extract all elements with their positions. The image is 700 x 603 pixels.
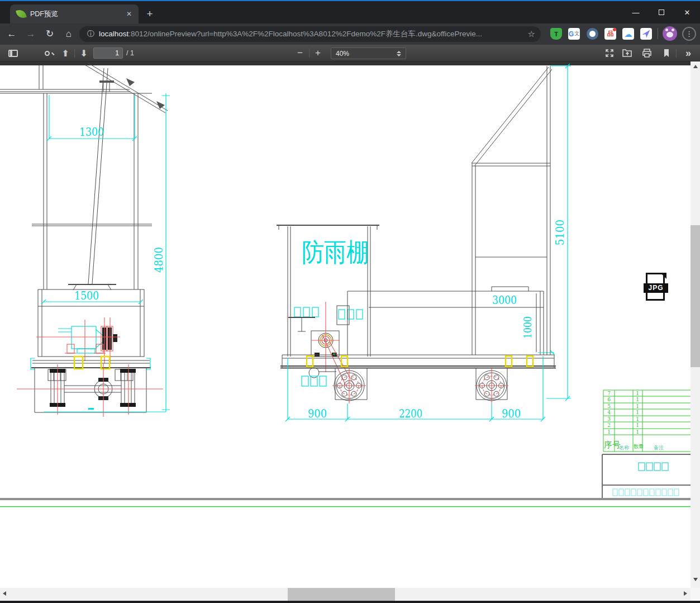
browser-window: PDF预览 ✕ + — ✕ ← → ↻ ⌂ ⓘ localhost:8012/o… xyxy=(0,0,700,603)
tab-title: PDF预览 xyxy=(30,10,124,19)
print-icon[interactable] xyxy=(639,45,655,61)
svg-text:1: 1 xyxy=(636,410,639,415)
svg-text:4: 4 xyxy=(607,410,611,415)
scroll-right-icon[interactable] xyxy=(684,591,687,596)
bookmark-star-icon[interactable]: ☆ xyxy=(528,29,535,39)
svg-text:1: 1 xyxy=(636,397,639,402)
new-tab-button[interactable]: + xyxy=(143,8,156,21)
circle-extension-icon[interactable] xyxy=(587,28,598,40)
sidebar-toggle-icon[interactable] xyxy=(4,45,21,61)
select-arrows-icon xyxy=(397,51,401,56)
forward-icon[interactable]: → xyxy=(23,27,38,41)
site-info-icon[interactable]: ⓘ xyxy=(87,29,94,39)
toolbar-divider xyxy=(309,49,309,58)
zoom-value: 40% xyxy=(336,50,349,58)
page-count-label: / 1 xyxy=(126,45,134,61)
profile-avatar[interactable] xyxy=(663,26,677,41)
tb-header-name: 名称 xyxy=(619,445,629,450)
scroll-down-icon[interactable] xyxy=(693,578,698,581)
pdf-page-canvas: 1300 4800 1500 xyxy=(0,61,691,588)
tofu-text-row-1 xyxy=(639,463,668,471)
url-path: :8012/onlinePreview?url=http%3A%2F%2Floc… xyxy=(128,30,482,38)
svg-text:1: 1 xyxy=(636,416,639,422)
horizontal-scrollbar-thumb[interactable] xyxy=(288,588,395,601)
tb-row-no: 7 xyxy=(607,391,611,396)
jpg-file-icon: JPG xyxy=(644,273,668,301)
scroll-up-icon[interactable] xyxy=(693,65,698,68)
reload-icon[interactable]: ↻ xyxy=(42,27,57,41)
svg-text:1: 1 xyxy=(636,429,639,435)
bookmark-icon[interactable] xyxy=(659,45,674,61)
spring-leaf-favicon xyxy=(16,8,27,20)
cad-side-view: 防雨棚 xyxy=(277,64,571,421)
cad-front-view: 1300 4800 1500 xyxy=(0,63,170,417)
url-host: localhost xyxy=(99,30,128,38)
cad-drawing: 1300 4800 1500 xyxy=(0,61,691,588)
dim-900-right: 900 xyxy=(502,407,521,420)
tb-header-remark: 备注 xyxy=(654,445,664,450)
zoom-out-icon[interactable]: − xyxy=(293,45,307,61)
dim-5100: 5100 xyxy=(553,220,566,245)
zoom-in-icon[interactable]: + xyxy=(311,45,325,61)
tofu-text-row-2 xyxy=(613,489,679,496)
drawing-top-border xyxy=(0,61,691,65)
open-file-icon[interactable] xyxy=(620,45,635,61)
page-number-input[interactable] xyxy=(93,48,123,59)
folded-corner xyxy=(660,273,666,279)
address-bar[interactable]: ⓘ localhost:8012/onlinePreview?url=http%… xyxy=(79,26,541,42)
dim-1300: 1300 xyxy=(79,125,104,139)
notification-badge xyxy=(612,28,616,32)
svg-text:5: 5 xyxy=(607,403,611,409)
dim-2200: 2200 xyxy=(399,407,422,420)
scrollbar-corner xyxy=(691,588,700,601)
more-tools-icon[interactable]: » xyxy=(680,45,696,61)
dim-3000: 3000 xyxy=(492,293,517,307)
presentation-mode-icon[interactable] xyxy=(602,45,617,61)
tampermonkey-extension-icon[interactable]: T xyxy=(550,28,562,40)
maximize-button[interactable] xyxy=(649,2,674,22)
svg-text:6: 6 xyxy=(607,397,611,402)
bird-extension-icon[interactable] xyxy=(640,28,652,40)
dim-4800: 4800 xyxy=(152,247,165,273)
toolbar-divider xyxy=(74,49,75,58)
tb-row-qty: 1 xyxy=(636,391,639,396)
zoom-select[interactable]: 40% xyxy=(331,48,406,59)
close-button[interactable]: ✕ xyxy=(674,2,700,22)
cloud-extension-icon[interactable]: ☁ xyxy=(622,28,634,40)
svg-text:2: 2 xyxy=(607,422,611,428)
network-extension-icon[interactable]: 品 xyxy=(604,28,616,40)
svg-text:3: 3 xyxy=(607,416,611,422)
page-up-icon[interactable]: ⬆ xyxy=(58,45,73,61)
svg-text:1: 1 xyxy=(607,429,611,435)
translate-extension-icon[interactable]: G文 xyxy=(568,28,580,40)
jpg-label: JPG xyxy=(644,283,668,293)
dim-1500: 1500 xyxy=(74,289,99,302)
browser-tab[interactable]: PDF预览 ✕ xyxy=(10,4,139,23)
titlebar: PDF预览 ✕ + — ✕ xyxy=(0,1,700,23)
tb-header-qty: 数量 xyxy=(634,444,644,449)
back-icon[interactable]: ← xyxy=(4,27,19,41)
extensions-divider xyxy=(658,28,658,39)
window-bottom-edge xyxy=(0,601,700,603)
tab-close-icon[interactable]: ✕ xyxy=(124,9,134,19)
maximize-icon xyxy=(659,10,664,15)
scroll-left-icon[interactable] xyxy=(3,591,6,596)
svg-text:1: 1 xyxy=(636,403,639,409)
dim-1000: 1000 xyxy=(522,316,534,339)
vertical-scrollbar-thumb[interactable] xyxy=(691,225,700,367)
dim-900-left: 900 xyxy=(308,407,327,420)
pdf-toolbar: ⬆ ⬇ / 1 − + 40% » xyxy=(0,45,700,61)
home-icon[interactable]: ⌂ xyxy=(61,27,76,41)
search-icon[interactable] xyxy=(40,45,57,61)
browser-menu-icon[interactable]: ⋮ xyxy=(682,27,696,41)
minimize-button[interactable]: — xyxy=(623,2,649,22)
toolbar-divider xyxy=(676,49,677,58)
page-down-icon[interactable]: ⬇ xyxy=(77,45,91,61)
url-text[interactable]: localhost:8012/onlinePreview?url=http%3A… xyxy=(99,29,525,39)
canopy-label: 防雨棚 xyxy=(302,237,369,267)
svg-text:1: 1 xyxy=(636,422,639,428)
bird-glyph xyxy=(642,30,650,38)
tb-header-no: 序号 xyxy=(604,440,621,450)
